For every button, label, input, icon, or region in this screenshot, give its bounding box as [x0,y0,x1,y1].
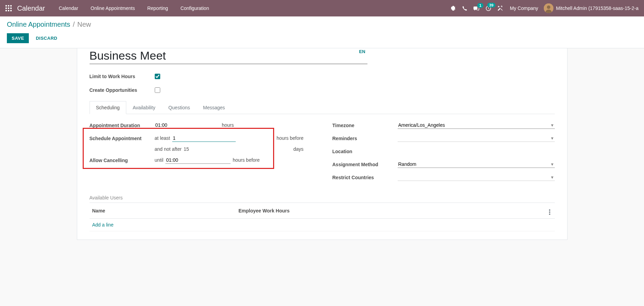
nav-reporting[interactable]: Reporting [142,3,174,14]
company-selector[interactable]: My Company [510,5,538,11]
chat-icon[interactable]: 1 [473,6,479,11]
col-name[interactable]: Name [90,203,236,219]
limit-work-hours-label: Limit to Work Hours [90,74,155,79]
nav-items: Calendar Online Appointments Reporting C… [53,3,214,14]
activity-icon[interactable]: 39 [485,5,491,11]
phone-icon[interactable] [462,6,467,11]
allow-cancel-suffix: hours before [233,157,260,163]
timezone-label: Timezone [332,122,398,128]
schedule-appointment-label: Schedule Appointment [90,135,155,141]
svg-rect-6 [5,10,7,11]
table-row: Add a line [90,219,555,231]
restrict-countries-select[interactable] [398,174,555,181]
svg-rect-3 [5,8,7,9]
schedule-at-least-input[interactable] [172,135,236,142]
scheduling-left-col: Appointment Duration hours Schedule Appo… [90,120,312,185]
svg-point-10 [547,5,550,9]
nav-configuration[interactable]: Configuration [175,3,214,14]
col-employee-hours[interactable]: Employee Work Hours [236,203,545,219]
reminders-label: Reminders [332,135,398,141]
tabs: Scheduling Availability Questions Messag… [90,101,555,114]
limit-work-hours-checkbox[interactable] [155,74,160,79]
assignment-method-label: Assignment Method [332,161,398,167]
schedule-at-least-prefix: at least [155,135,170,141]
scheduling-right-col: Timezone ▾ Reminders ▾ [332,120,555,185]
appointment-duration-label: Appointment Duration [90,122,155,128]
svg-rect-7 [8,10,9,11]
schedule-at-least-suffix: hours before [277,135,312,141]
user-menu[interactable]: Mitchell Admin (17915358-saas-15-2-a [544,3,639,13]
svg-rect-0 [5,5,7,7]
allow-cancelling-label: Allow Cancelling [90,157,155,163]
kebab-icon[interactable] [549,209,550,215]
location-input[interactable] [398,148,555,155]
schedule-not-after-suffix: days [293,146,312,152]
breadcrumb-separator: / [73,21,75,28]
systray: 1 39 [450,5,503,11]
apps-icon[interactable] [5,5,12,11]
discard-button[interactable]: DISCARD [36,36,57,41]
bug-icon[interactable] [450,5,456,11]
nav-calendar[interactable]: Calendar [53,3,84,14]
assignment-method-select[interactable] [398,161,555,168]
user-name: Mitchell Admin (17915358-saas-15-2-a [556,5,639,11]
appointment-duration-suffix: hours [222,122,234,128]
breadcrumb-current: New [77,21,91,28]
activity-badge: 39 [487,3,495,8]
svg-rect-5 [10,8,12,9]
tab-questions[interactable]: Questions [162,101,197,114]
create-opportunities-label: Create Opportunities [90,87,155,93]
svg-rect-8 [10,10,12,11]
schedule-not-after-prefix: and not after [155,146,182,152]
form-sheet: EN Limit to Work Hours Create Opportunit… [77,48,567,240]
name-input[interactable] [90,48,367,64]
allow-cancel-input[interactable] [165,157,231,164]
location-label: Location [332,148,398,154]
top-nav: Calendar Calendar Online Appointments Re… [0,0,644,16]
appointment-duration-input[interactable] [155,122,220,129]
svg-rect-2 [10,5,12,7]
timezone-select[interactable] [398,122,555,129]
tab-availability[interactable]: Availability [126,101,162,114]
svg-rect-4 [8,8,9,9]
available-users-table: Name Employee Work Hours Add a line [90,203,555,231]
create-opportunities-checkbox[interactable] [155,87,160,93]
control-bar: Online Appointments / New SAVE DISCARD [0,16,644,48]
avatar [544,3,553,13]
available-users-title: Available Users [90,195,555,200]
allow-cancel-prefix: until [155,157,164,163]
reminders-select[interactable] [398,135,555,142]
chat-badge: 1 [477,3,483,8]
svg-rect-1 [8,5,9,7]
brand-title[interactable]: Calendar [17,4,45,12]
breadcrumb-parent[interactable]: Online Appointments [7,21,70,28]
tab-messages[interactable]: Messages [197,101,232,114]
restrict-countries-label: Restrict Countries [332,174,398,180]
tab-scheduling[interactable]: Scheduling [90,101,126,114]
tools-icon[interactable] [497,5,503,11]
nav-online-appointments[interactable]: Online Appointments [85,3,140,14]
add-line-link[interactable]: Add a line [92,222,114,228]
save-button[interactable]: SAVE [7,33,29,43]
schedule-not-after-value: 15 [184,146,189,152]
breadcrumb: Online Appointments / New [7,21,637,28]
